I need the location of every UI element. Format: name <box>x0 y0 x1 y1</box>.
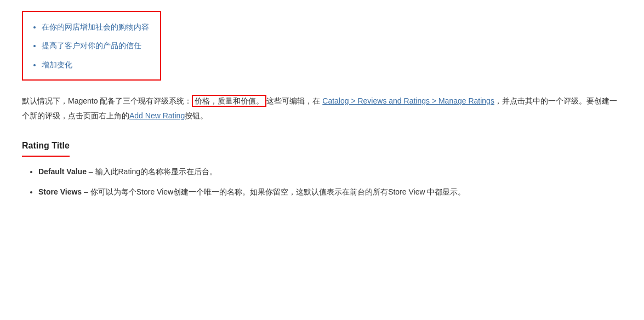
bullet-item-1: 在你的网店增加社会的购物内容 <box>42 18 149 36</box>
dash-1: – <box>87 167 95 176</box>
list-item-store-views: Store Views – 你可以为每个Store View创建一个唯一的名称。… <box>38 186 622 199</box>
bullet-box: 在你的网店增加社会的购物内容 提高了客户对你的产品的信任 增加变化 <box>22 11 161 81</box>
bullet-list: 在你的网店增加社会的购物内容 提高了客户对你的产品的信任 增加变化 <box>29 18 149 74</box>
store-views-term: Store Views <box>38 187 82 196</box>
bullet-item-2: 提高了客户对你的产品的信任 <box>42 36 149 55</box>
store-views-desc: 你可以为每个Store View创建一个唯一的名称。如果你留空，这默认值表示在前… <box>90 187 466 196</box>
desc-part1: 默认情况下，Magento 配备了三个现有评级系统： <box>22 96 192 105</box>
desc-part2: 这些可编辑，在 <box>266 96 320 105</box>
rating-details-list: Default Value – 输入此Rating的名称将显示在后台。 Stor… <box>22 165 622 199</box>
rating-title-heading: Rating Title <box>22 138 70 156</box>
highlight-text: 价格，质量和价值。 <box>192 95 266 107</box>
bullet-item-3: 增加变化 <box>42 55 149 74</box>
default-value-term: Default Value <box>38 167 87 176</box>
desc-part4: 按钮。 <box>185 111 208 120</box>
description-block: 默认情况下，Magento 配备了三个现有评级系统：价格，质量和价值。这些可编辑… <box>22 94 622 123</box>
add-new-rating-link[interactable]: Add New Rating <box>129 111 185 120</box>
catalog-link[interactable]: Catalog > Reviews and Ratings > Manage R… <box>322 96 494 105</box>
dash-2: – <box>82 187 90 196</box>
list-item-default-value: Default Value – 输入此Rating的名称将显示在后台。 <box>38 165 622 179</box>
default-value-desc: 输入此Rating的名称将显示在后台。 <box>95 167 217 176</box>
rating-title-section: Rating Title Default Value – 输入此Rating的名… <box>22 138 622 199</box>
